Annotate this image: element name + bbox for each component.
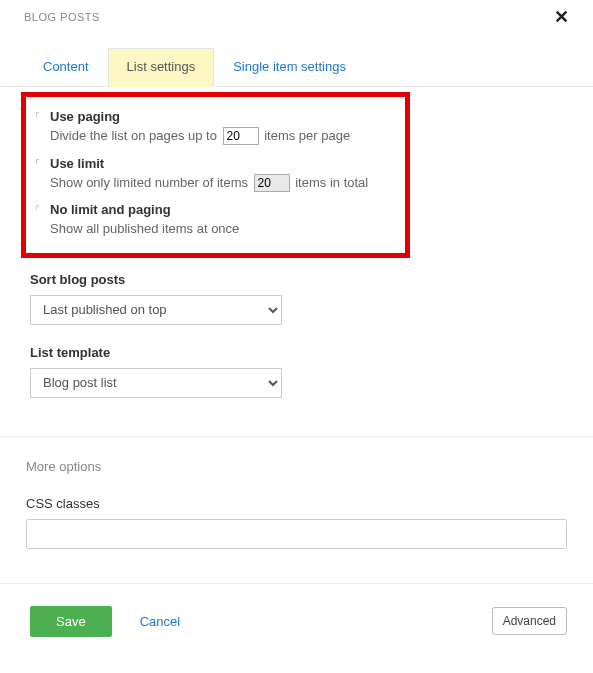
sort-label: Sort blog posts: [30, 272, 563, 287]
css-section: CSS classes: [0, 490, 593, 549]
option-use-limit-title: Use limit: [50, 156, 395, 171]
dialog-title: BLOG POSTS: [24, 11, 100, 23]
css-classes-label: CSS classes: [26, 496, 567, 511]
radio-icon: ┌: [34, 156, 39, 163]
option-no-limit[interactable]: ┌ No limit and paging Show all published…: [36, 196, 395, 243]
limit-items-input[interactable]: [254, 174, 290, 192]
tab-single-item-settings[interactable]: Single item settings: [214, 48, 365, 87]
sort-section: Sort blog posts Last published on top: [0, 258, 593, 331]
option-use-paging[interactable]: ┌ Use paging Divide the list on pages up…: [36, 103, 395, 150]
close-icon[interactable]: ✕: [554, 8, 569, 26]
paging-desc-after: items per page: [264, 128, 350, 143]
radio-icon: ┌: [34, 109, 39, 116]
paging-desc-before: Divide the list on pages up to: [50, 128, 217, 143]
sort-select[interactable]: Last published on top: [30, 295, 282, 325]
template-section: List template Blog post list: [0, 331, 593, 404]
option-use-limit-desc: Show only limited number of items items …: [50, 173, 395, 193]
paging-items-input[interactable]: [223, 127, 259, 145]
tab-bar: Content List settings Single item settin…: [0, 30, 593, 87]
template-label: List template: [30, 345, 563, 360]
option-no-limit-title: No limit and paging: [50, 202, 395, 217]
tab-content[interactable]: Content: [24, 48, 108, 87]
limit-desc-before: Show only limited number of items: [50, 175, 248, 190]
template-select[interactable]: Blog post list: [30, 368, 282, 398]
radio-icon: ┌: [34, 202, 39, 209]
css-classes-input[interactable]: [26, 519, 567, 549]
dialog-header: BLOG POSTS ✕: [0, 0, 593, 30]
tab-list-settings[interactable]: List settings: [108, 48, 215, 87]
option-use-limit[interactable]: ┌ Use limit Show only limited number of …: [36, 150, 395, 197]
paging-options-group: ┌ Use paging Divide the list on pages up…: [21, 92, 410, 258]
option-use-paging-title: Use paging: [50, 109, 395, 124]
save-button[interactable]: Save: [30, 606, 112, 637]
advanced-button[interactable]: Advanced: [492, 607, 567, 635]
more-options-label: More options: [0, 437, 593, 490]
option-use-paging-desc: Divide the list on pages up to items per…: [50, 126, 395, 146]
dialog-footer: Save Cancel Advanced: [0, 583, 593, 661]
option-no-limit-desc: Show all published items at once: [50, 219, 395, 239]
cancel-button[interactable]: Cancel: [140, 614, 180, 629]
limit-desc-after: items in total: [295, 175, 368, 190]
